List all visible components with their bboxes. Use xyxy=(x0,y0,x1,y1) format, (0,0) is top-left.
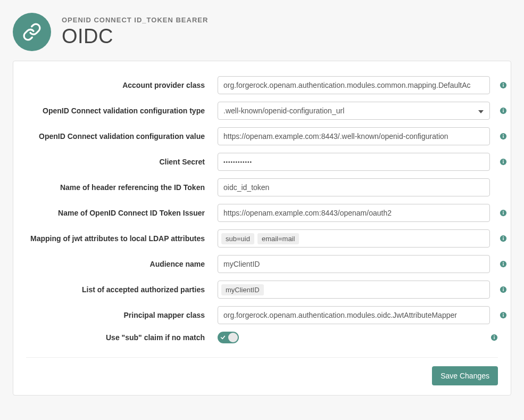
info-icon[interactable] xyxy=(500,209,507,217)
input-header-name[interactable] xyxy=(218,178,490,196)
input-audience[interactable] xyxy=(218,255,490,273)
svg-point-8 xyxy=(503,134,504,135)
svg-point-20 xyxy=(503,262,504,263)
input-principal-mapper[interactable] xyxy=(218,306,490,324)
tagbox-jwt-mapping[interactable]: sub=uid email=mail xyxy=(218,229,490,248)
svg-rect-13 xyxy=(503,212,503,215)
select-validation-type[interactable]: .well-known/openid-configuration_url xyxy=(218,102,490,120)
label-account-provider: Account provider class xyxy=(26,81,218,89)
row-validation-value: OpenID Connect validation configuration … xyxy=(26,127,498,145)
row-principal-mapper: Principal mapper class xyxy=(26,306,498,324)
select-validation-type-value: .well-known/openid-configuration_url xyxy=(223,106,344,115)
input-client-secret[interactable] xyxy=(218,153,490,171)
input-issuer-name[interactable] xyxy=(218,204,490,222)
tag-item[interactable]: myClientID xyxy=(221,284,264,295)
svg-rect-7 xyxy=(503,136,503,138)
info-icon[interactable] xyxy=(490,334,498,341)
page-header: OPENID CONNECT ID_TOKEN BEARER OIDC xyxy=(13,13,511,51)
svg-rect-22 xyxy=(503,289,503,291)
label-validation-type: OpenID Connect validation configuration … xyxy=(26,106,218,115)
panel-footer: Save Changes xyxy=(26,357,498,385)
svg-point-11 xyxy=(503,160,504,161)
svg-rect-4 xyxy=(503,110,503,112)
label-use-sub: Use "sub" claim if no match xyxy=(26,333,218,342)
svg-point-29 xyxy=(494,335,495,336)
row-authorized-parties: List of accepted authorized parties myCl… xyxy=(26,281,498,299)
svg-rect-16 xyxy=(503,238,503,240)
svg-rect-10 xyxy=(503,161,503,163)
svg-rect-19 xyxy=(503,263,503,266)
input-account-provider[interactable] xyxy=(218,76,490,94)
row-header-name: Name of header referencing the ID Token xyxy=(26,178,498,196)
svg-point-26 xyxy=(503,313,504,314)
save-changes-button[interactable]: Save Changes xyxy=(432,366,498,385)
svg-rect-1 xyxy=(503,85,503,87)
info-icon[interactable] xyxy=(500,158,507,166)
page-subtitle: OPENID CONNECT ID_TOKEN BEARER xyxy=(62,16,208,24)
config-panel: Account provider class OpenID Connect va… xyxy=(13,61,511,396)
info-icon[interactable] xyxy=(500,81,507,89)
svg-rect-25 xyxy=(503,315,503,317)
row-validation-type: OpenID Connect validation configuration … xyxy=(26,102,498,120)
check-icon xyxy=(220,333,226,342)
svg-point-17 xyxy=(503,236,504,237)
tag-item[interactable]: email=mail xyxy=(257,233,300,244)
info-icon[interactable] xyxy=(500,286,507,293)
label-client-secret: Client Secret xyxy=(26,158,218,166)
svg-point-14 xyxy=(503,211,504,212)
svg-point-2 xyxy=(503,83,504,84)
input-validation-value[interactable] xyxy=(218,127,490,145)
row-audience: Audience name xyxy=(26,255,498,273)
tag-item[interactable]: sub=uid xyxy=(221,233,254,244)
label-header-name: Name of header referencing the ID Token xyxy=(26,183,218,192)
info-icon[interactable] xyxy=(500,311,507,319)
row-issuer-name: Name of OpenID Connect ID Token Issuer xyxy=(26,204,498,222)
row-use-sub: Use "sub" claim if no match xyxy=(26,332,498,343)
label-jwt-mapping: Mapping of jwt attributes to local LDAP … xyxy=(26,234,218,243)
row-account-provider: Account provider class xyxy=(26,76,498,94)
row-jwt-mapping: Mapping of jwt attributes to local LDAP … xyxy=(26,229,498,248)
toggle-knob xyxy=(228,333,238,342)
row-client-secret: Client Secret xyxy=(26,153,498,171)
info-icon[interactable] xyxy=(500,133,507,140)
page-title: OIDC xyxy=(62,25,208,48)
label-validation-value: OpenID Connect validation configuration … xyxy=(26,132,218,141)
svg-rect-28 xyxy=(494,337,494,339)
info-icon[interactable] xyxy=(500,260,507,268)
tagbox-authorized-parties[interactable]: myClientID xyxy=(218,281,490,299)
label-audience: Audience name xyxy=(26,260,218,268)
svg-point-5 xyxy=(503,109,504,110)
label-authorized-parties: List of accepted authorized parties xyxy=(26,285,218,294)
info-icon[interactable] xyxy=(500,107,507,114)
svg-point-23 xyxy=(503,287,504,289)
label-issuer-name: Name of OpenID Connect ID Token Issuer xyxy=(26,209,218,217)
label-principal-mapper: Principal mapper class xyxy=(26,311,218,319)
info-icon[interactable] xyxy=(500,235,507,242)
link-icon xyxy=(13,13,51,51)
toggle-use-sub[interactable] xyxy=(218,332,239,343)
